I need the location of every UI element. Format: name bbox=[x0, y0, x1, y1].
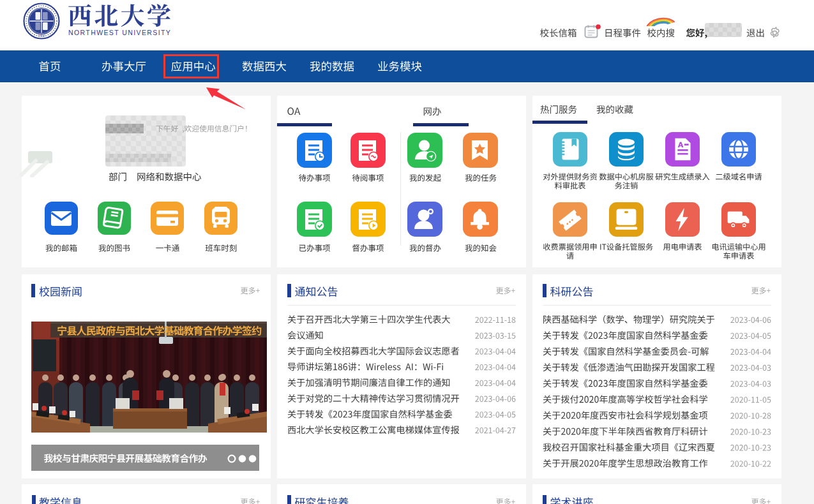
svg-text:1902: 1902 bbox=[38, 33, 45, 37]
